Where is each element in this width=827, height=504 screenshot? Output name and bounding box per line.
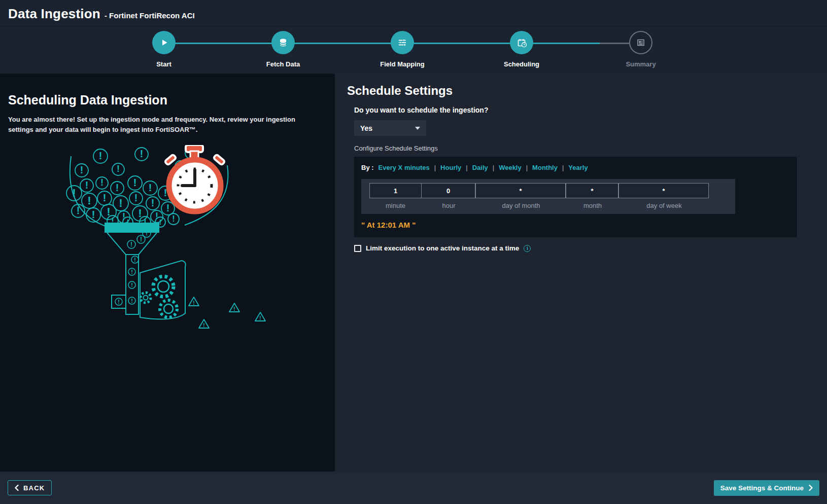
cron-day-of-week-input[interactable] [618,183,709,198]
back-button-label: BACK [23,484,45,492]
svg-text:!: ! [77,205,80,216]
svg-text:!: ! [119,197,123,209]
cron-minute-input[interactable] [369,183,422,198]
scheduling-info-panel: Scheduling Data Ingestion You are almost… [0,74,335,472]
svg-text:!: ! [133,177,137,189]
svg-text:!: ! [149,182,152,194]
separator: | [493,164,494,171]
cron-labels-row: minute hour day of month month day of we… [369,198,727,211]
svg-text:!: ! [151,197,155,208]
separator: | [562,164,564,171]
data-funnel-illustration: !!!!!!!!!!!!!!!!!!!!!!!!!!!!!!!! !!!!!!!… [64,145,277,340]
play-icon[interactable] [152,31,176,54]
cron-month-label: month [566,198,619,211]
cron-inputs-row [369,183,727,198]
save-button-label: Save Settings & Continue [720,484,804,492]
svg-text:!: ! [72,187,76,199]
step-fetch-data[interactable]: Fetch Data [237,31,329,68]
wizard-stepper: Start Fetch Data [0,27,827,74]
wizard-footer: BACK Save Settings & Continue [0,472,827,504]
svg-text:!: ! [131,269,133,275]
back-button[interactable]: BACK [8,480,52,495]
cron-day-of-week-label: day of week [619,198,709,211]
svg-text:!: ! [99,150,102,162]
freq-daily[interactable]: Daily [472,164,488,171]
freq-weekly[interactable]: Weekly [499,164,522,171]
left-panel-title: Scheduling Data Ingestion [8,93,325,107]
svg-text:!: ! [131,282,133,288]
step-label: Scheduling [476,60,567,68]
svg-text:!: ! [193,300,194,306]
svg-text:!: ! [140,148,144,159]
svg-text:!: ! [103,192,107,204]
svg-text:!: ! [116,182,119,193]
cron-day-of-month-label: day of month [476,198,566,211]
calendar-clock-icon[interactable] [510,31,533,54]
chevron-left-icon [15,485,19,491]
svg-text:!: ! [80,164,84,175]
svg-text:!: ! [159,218,162,226]
schedule-settings-panel: Schedule Settings Do you want to schedul… [335,74,827,472]
cron-human-readable: " At 12:01 AM " [361,221,790,229]
step-summary[interactable]: Summary [595,31,686,68]
summary-doc-icon[interactable] [629,31,652,54]
freq-monthly[interactable]: Monthly [532,164,558,171]
svg-text:!: ! [117,164,120,174]
svg-text:!: ! [130,241,132,248]
chevron-right-icon [809,485,813,491]
limit-execution-row: Limit execution to one active instance a… [354,244,815,252]
configure-schedule-label: Configure Schedule Settings [354,145,815,152]
schedule-dropdown[interactable]: Yes [354,120,426,136]
stopwatch-graphic [164,145,225,214]
step-start[interactable]: Start [118,31,210,68]
svg-text:!: ! [166,202,170,213]
page-subtitle: - Fortinet FortiRecon ACI [105,11,195,20]
separator: | [466,164,467,171]
svg-text:!: ! [233,306,235,312]
cron-hour-input[interactable] [421,183,475,198]
limit-execution-label: Limit execution to one active instance a… [366,244,519,252]
freq-every-x-minutes[interactable]: Every X minutes [378,164,430,171]
field-mapping-icon[interactable] [391,31,414,54]
svg-text:!: ! [87,194,91,207]
page-title: Data Ingestion [8,6,100,22]
svg-text:!: ! [85,179,89,191]
svg-text:!: ! [203,322,204,328]
database-icon[interactable] [271,31,295,54]
freq-hourly[interactable]: Hourly [440,164,461,171]
schedule-dropdown-value: Yes [360,124,372,132]
svg-text:!: ! [146,230,148,237]
step-label: Summary [595,60,686,68]
svg-text:!: ! [100,178,104,188]
svg-text:!: ! [134,257,136,263]
step-field-mapping[interactable]: Field Mapping [357,31,448,68]
cron-month-input[interactable] [566,183,618,198]
svg-text:!: ! [140,236,142,243]
step-scheduling[interactable]: Scheduling [476,31,567,68]
chevron-down-icon [415,127,420,130]
separator: | [526,164,528,171]
svg-text:!: ! [118,299,120,305]
cron-editor: minute hour day of month month day of we… [361,179,735,214]
schedule-question-label: Do you want to schedule the ingestion? [354,106,815,114]
schedule-settings-title: Schedule Settings [347,84,815,98]
save-settings-continue-button[interactable]: Save Settings & Continue [714,480,819,496]
svg-text:!: ! [131,298,133,304]
cron-minute-label: minute [369,198,422,211]
cron-day-of-month-input[interactable] [475,183,566,198]
freq-yearly[interactable]: Yearly [568,164,588,171]
schedule-card: By : Every X minutes | Hourly | Daily | … [354,157,797,237]
left-panel-description: You are almost there! Set up the ingesti… [8,115,319,135]
title-bar: Data Ingestion - Fortinet FortiRecon ACI [0,0,827,27]
svg-text:!: ! [259,315,261,321]
svg-text:!: ! [134,192,138,203]
info-icon[interactable]: i [524,245,531,252]
limit-execution-checkbox[interactable] [354,245,361,252]
data-ingestion-wizard: Data Ingestion - Fortinet FortiRecon ACI… [0,0,827,504]
by-label: By : [361,164,374,171]
frequency-selector: By : Every X minutes | Hourly | Daily | … [361,164,790,171]
step-label: Start [118,60,210,68]
svg-text:!: ! [92,209,95,221]
separator: | [434,164,436,171]
step-label: Field Mapping [357,60,448,68]
